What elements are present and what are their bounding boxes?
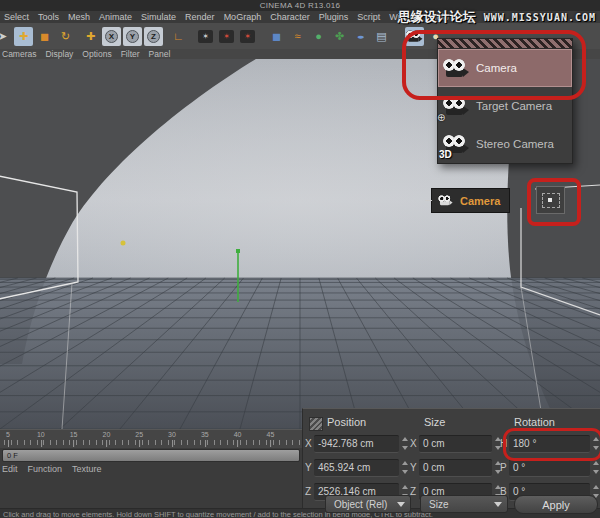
add-deformer-icon[interactable]: ✤ [330,27,349,46]
viewport-menu-item[interactable]: Options [82,49,111,59]
scale-tool-icon[interactable]: ◼ [35,27,54,46]
render-settings-icon[interactable]: ✶ [238,27,257,46]
camera-menu-item-target-camera[interactable]: ⊕ Target Camera [438,87,572,125]
chevron-down-icon [494,502,502,507]
current-frame-label: 0 F [3,451,18,460]
timeline-ruler[interactable]: 51015202530354045 [0,429,302,448]
lock-y-axis-icon[interactable]: Y [123,27,142,46]
ruler-tick-40: 40 [234,431,242,438]
ruler-tick-25: 25 [135,431,143,438]
spinner-control[interactable] [401,437,409,450]
add-camera-icon[interactable] [405,27,424,46]
ruler-tick-5: 5 [6,431,10,438]
add-spline-icon[interactable]: ≈ [288,27,307,46]
spinner-control[interactable] [592,461,600,474]
camera-icon [438,195,453,205]
hud-camera-object-chip[interactable]: Camera [431,188,510,213]
main-menu-item[interactable]: Script [357,12,380,22]
coordinate-row-h: H 180 ° [500,434,600,453]
ruler-tick-15: 15 [70,431,78,438]
main-menu-item[interactable]: Animate [99,12,132,22]
apply-button[interactable]: Apply [514,495,598,514]
main-menu-item[interactable]: Character [270,12,310,22]
viewport-menu-item[interactable]: Display [45,49,73,59]
coordinates-panel: Position Size Rotation X -942.768 cm Y 4… [302,408,600,508]
main-menu-item[interactable]: Render [185,12,215,22]
main-menu-item[interactable]: Plugins [319,12,349,22]
panel-grip-icon[interactable] [309,417,323,431]
coordinate-row-p: P 0 ° [500,458,600,477]
viewport-menu-item[interactable]: Panel [149,49,171,59]
main-menu-item[interactable]: Simulate [141,12,176,22]
ruler-tick-30: 30 [168,431,176,438]
ruler-tick-20: 20 [102,431,110,438]
add-environment-icon[interactable]: ● [351,27,370,46]
view-layout-icon[interactable]: ▤ [372,27,391,46]
hud-camera-toggle-icon [542,193,560,208]
titlebar: CINEMA 4D R13.016 [0,0,600,11]
animation-menu-item[interactable]: Function [28,464,63,474]
value-field[interactable]: 0 ° [509,459,590,477]
coordinate-mode-dropdown[interactable]: Object (Rel) [325,495,411,513]
hud-camera-label: Camera [460,195,500,207]
coordinate-row-y: Y 465.924 cm [305,458,409,477]
animation-menubar: EditFunctionTexture [2,463,102,475]
lock-x-axis-icon[interactable]: X [102,27,121,46]
ruler-tick-45: 45 [266,431,274,438]
camera-menu-item-camera[interactable]: Camera [438,49,572,87]
lock-z-axis-icon[interactable]: Z [144,27,163,46]
value-field[interactable]: -942.768 cm [314,435,399,453]
main-menu-item[interactable]: Tools [38,12,59,22]
rotate-tool-icon[interactable]: ↻ [56,27,75,46]
cinema4d-window: CINEMA 4D R13.016 思缘设计论坛 WWW.MISSYUAN.CO… [0,0,600,518]
value-field[interactable]: 0 cm [419,435,492,453]
viewport-menu-item[interactable]: Cameras [2,49,36,59]
status-bar: Click and drag to move elements. Hold do… [0,508,600,518]
spinner-control[interactable] [401,461,409,474]
dropdown-tearoff-strip[interactable] [438,39,572,49]
value-field[interactable]: 0 cm [419,459,492,477]
move-tool-icon[interactable]: ✚ [14,27,33,46]
main-menu-item[interactable]: MoGraph [224,12,262,22]
camera-menu-item-stereo-camera[interactable]: 3D Stereo Camera [438,125,572,163]
render-picture-viewer-icon[interactable]: ✶ [217,27,236,46]
coordinate-system-icon[interactable]: ∟ [169,27,188,46]
animation-menu-item[interactable]: Texture [72,464,102,474]
viewport-menu-item[interactable]: Filter [121,49,140,59]
value-field[interactable]: 180 ° [509,435,590,453]
chevron-down-icon [397,502,405,507]
main-menu-item[interactable]: Help [430,12,449,22]
animation-menu-item[interactable]: Edit [2,464,18,474]
size-header: Size [424,416,445,428]
window-title: CINEMA 4D R13.016 [260,1,341,10]
dropdown-items: Camera ⊕ Target Camera 3D Stereo Camera [438,49,572,163]
add-cube-icon[interactable]: ◼ [267,27,286,46]
hud-camera-toggle-button[interactable] [536,186,565,214]
ruler-tick-10: 10 [37,431,45,438]
live-selection-icon[interactable]: ➤ [0,27,12,46]
render-view-icon[interactable]: ✶ [196,27,215,46]
timeline-scrubber[interactable]: 0 F [2,449,300,462]
main-menu-item[interactable]: Mesh [68,12,90,22]
main-menu-item[interactable]: Select [4,12,29,22]
main-menu-item[interactable]: Window [389,12,421,22]
camera-icon [438,59,476,78]
coordinate-row-y: Y 0 cm [410,458,502,477]
size-mode-dropdown[interactable]: Size [420,495,508,513]
coordinate-row-x: X -942.768 cm [305,434,409,453]
animation-timeline-area: 51015202530354045 0 F EditFunctionTextur… [0,429,302,508]
target-camera-icon: ⊕ [438,97,476,116]
spinner-control[interactable] [592,437,600,450]
stereo-camera-icon: 3D [438,135,476,154]
ruler-tick-35: 35 [201,431,209,438]
value-field[interactable]: 465.924 cm [314,459,399,477]
add-subdivision-surface-icon[interactable]: ● [309,27,328,46]
rotation-header: Rotation [514,416,555,428]
last-tool-icon[interactable]: ✚ [81,27,100,46]
camera-dropdown-menu: Camera ⊕ Target Camera 3D Stereo Camera [437,38,573,164]
coordinate-row-x: X 0 cm [410,434,502,453]
position-header: Position [327,416,366,428]
